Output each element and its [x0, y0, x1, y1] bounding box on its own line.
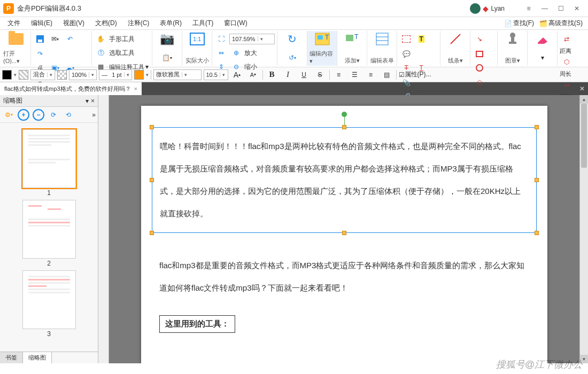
- select-tool-button[interactable]: Ⓣ: [94, 46, 108, 60]
- thumbnail-page-3[interactable]: [22, 270, 76, 329]
- perimeter-button[interactable]: ⬡: [560, 55, 574, 69]
- menu-view[interactable]: 视图(V): [59, 19, 89, 28]
- resize-handle-ml[interactable]: [150, 178, 154, 182]
- stamp-button[interactable]: [506, 32, 520, 46]
- hand-tool-button[interactable]: ✋: [94, 32, 108, 46]
- rotate-cw-button[interactable]: ↻: [285, 32, 299, 46]
- fill-color-swatch[interactable]: [2, 70, 12, 80]
- font-combo[interactable]: 微软雅黑▾: [153, 69, 202, 80]
- thumb-settings-button[interactable]: ⚙▾: [2, 108, 15, 121]
- menu-edit[interactable]: 编辑(E): [27, 19, 57, 28]
- eraser-button[interactable]: [536, 32, 550, 46]
- search-button[interactable]: 📄 查找(F): [502, 19, 536, 28]
- user-area[interactable]: ◆ Lyan: [470, 3, 505, 14]
- resize-handle-tm[interactable]: [342, 125, 346, 129]
- thumbnail-page-1[interactable]: [22, 129, 76, 188]
- shrink-font-button[interactable]: A▾: [246, 68, 260, 82]
- italic-button[interactable]: I: [281, 68, 295, 82]
- open-button[interactable]: [9, 32, 24, 46]
- checker-swatch[interactable]: [57, 70, 67, 80]
- thumb-zoom-out-button[interactable]: −: [32, 108, 45, 121]
- align-left-button[interactable]: ≡: [332, 68, 346, 82]
- scroll-thumb[interactable]: [581, 104, 587, 168]
- menu-window[interactable]: 窗口(W): [220, 19, 251, 28]
- mail-button[interactable]: ✉▾: [48, 32, 62, 46]
- tab-close-icon[interactable]: ×: [134, 85, 137, 92]
- properties-button[interactable]: ☑ 属性(P)...: [399, 68, 431, 82]
- advanced-search-button[interactable]: 🗂️ 高级查找(S): [537, 19, 585, 28]
- paragraph-3-box[interactable]: 这里用到的工具：: [159, 315, 235, 333]
- resize-handle-mr[interactable]: [535, 178, 539, 182]
- minimize-button[interactable]: —: [537, 0, 553, 17]
- add-button[interactable]: T: [345, 32, 360, 46]
- underline-text-button[interactable]: U: [297, 68, 311, 82]
- menu-tools[interactable]: 工具(T): [188, 19, 218, 28]
- fit-button[interactable]: ⛶: [214, 32, 228, 46]
- actual-size-button[interactable]: 1:1: [190, 32, 205, 46]
- vertical-scrollbar[interactable]: ▲ ▼: [579, 95, 588, 363]
- edit-form-button[interactable]: [375, 32, 389, 46]
- eraser-more-button[interactable]: ▾: [536, 51, 550, 65]
- note-button[interactable]: 💬: [399, 47, 413, 61]
- zoom-combo[interactable]: 107.59%▾: [229, 34, 275, 44]
- thumbnails-tab[interactable]: 缩略图: [23, 352, 52, 363]
- align-justify-button[interactable]: ▤: [380, 68, 394, 82]
- edit-content-button[interactable]: T: [314, 32, 330, 46]
- paragraph-2[interactable]: flac和mp3都是重要的音频文件格式，而MP3格式更适应于各种网络条件和音频质…: [159, 254, 529, 299]
- menu-annotate[interactable]: 注释(C): [123, 19, 154, 28]
- blend-combo[interactable]: 混合▾: [30, 69, 55, 80]
- align-center-button[interactable]: ☰: [348, 68, 362, 82]
- distance-button[interactable]: ⇄: [560, 32, 574, 46]
- redo-button[interactable]: ↷: [33, 47, 47, 61]
- grow-font-button[interactable]: A▴: [230, 68, 244, 82]
- camera-button[interactable]: 📷: [160, 32, 174, 46]
- zoom-in-button[interactable]: ⊕: [229, 46, 243, 60]
- stroke-color-swatch[interactable]: [134, 70, 144, 80]
- line-button[interactable]: [448, 32, 462, 46]
- resize-handle-bm[interactable]: [342, 231, 346, 235]
- arrow-shape-button[interactable]: ↘: [473, 32, 486, 46]
- scroll-down-icon[interactable]: ▼: [580, 355, 588, 363]
- clipboard-button[interactable]: 📋▾: [160, 51, 174, 65]
- undo-button[interactable]: ↶: [63, 32, 77, 46]
- document-tab[interactable]: flac格式如何转成mp3格式，免费的软件好用吗？ ×: [0, 82, 142, 95]
- resize-handle-bl[interactable]: [150, 231, 154, 235]
- text-highlight-button[interactable]: T: [414, 32, 428, 46]
- align-right-button[interactable]: ≡: [364, 68, 378, 82]
- bookmark-tab[interactable]: 书签: [0, 352, 23, 363]
- rotate-ccw-button[interactable]: ↺▾: [285, 51, 299, 65]
- opacity-combo[interactable]: 100%▾: [69, 69, 97, 80]
- menu-form[interactable]: 表单(R): [156, 19, 186, 28]
- maximize-button[interactable]: ☐: [553, 0, 569, 17]
- menu-more-button[interactable]: ≡: [521, 0, 537, 17]
- resize-handle-br[interactable]: [535, 231, 539, 235]
- selected-text-box[interactable]: 嘿哈！科普时间到！！！flac和mp3是两种比较有特色的音频文件格式，也是两种完…: [152, 127, 537, 233]
- strike-text-button[interactable]: S: [313, 68, 327, 82]
- pattern-swatch[interactable]: [19, 70, 28, 80]
- stroke-combo[interactable]: —1 pt▾: [99, 69, 131, 80]
- highlight-button[interactable]: [399, 32, 413, 46]
- rect-shape-button[interactable]: [473, 47, 486, 61]
- panel-close-icon[interactable]: ×: [91, 97, 95, 105]
- font-size-combo[interactable]: 10.5▾: [204, 69, 228, 80]
- save-button[interactable]: [33, 32, 47, 46]
- resize-handle-tl[interactable]: [150, 125, 154, 129]
- close-button[interactable]: ✕: [569, 0, 585, 17]
- circle-shape-button[interactable]: [473, 61, 486, 75]
- area-button[interactable]: ▱: [560, 78, 574, 92]
- thumbnail-page-2[interactable]: [22, 200, 76, 259]
- menu-document[interactable]: 文档(D): [91, 19, 121, 28]
- canvas[interactable]: 嘿哈！科普时间到！！！flac和mp3是两种比较有特色的音频文件格式，也是两种完…: [109, 95, 579, 363]
- tabs-close-all-button[interactable]: ✕: [576, 82, 588, 95]
- resize-handle-tr[interactable]: [535, 125, 539, 129]
- fit-width-button[interactable]: ⇔: [214, 46, 228, 60]
- thumb-rotate-ccw-button[interactable]: ⟲: [62, 108, 75, 121]
- thumb-zoom-in-button[interactable]: +: [17, 108, 30, 121]
- thumb-tools-more-icon[interactable]: »: [92, 111, 96, 119]
- polygon-shape-button[interactable]: ⬠: [473, 76, 486, 90]
- panel-menu-icon[interactable]: ▾: [86, 97, 89, 105]
- thumb-rotate-cw-button[interactable]: ⟳: [47, 108, 60, 121]
- menu-file[interactable]: 文件: [3, 19, 25, 28]
- bold-button[interactable]: B: [265, 68, 279, 82]
- scroll-up-icon[interactable]: ▲: [580, 95, 588, 104]
